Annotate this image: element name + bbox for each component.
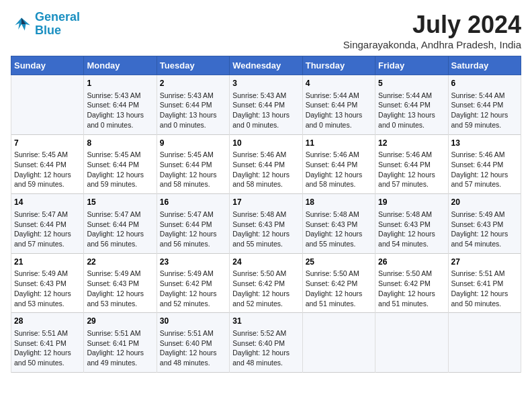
col-header-tuesday: Tuesday	[157, 56, 229, 75]
cell-4-1: 21Sunrise: 5:49 AMSunset: 6:43 PMDayligh…	[11, 253, 84, 313]
daylight-text: Daylight: 12 hours and 57 minutes.	[451, 170, 518, 189]
week-row-3: 14Sunrise: 5:47 AMSunset: 6:44 PMDayligh…	[11, 194, 521, 254]
sunrise-text: Sunrise: 5:50 AM	[306, 269, 372, 279]
cell-1-4: 3Sunrise: 5:43 AMSunset: 6:44 PMDaylight…	[230, 75, 302, 135]
sunrise-text: Sunrise: 5:47 AM	[87, 210, 153, 220]
cell-1-2: 1Sunrise: 5:43 AMSunset: 6:44 PMDaylight…	[84, 75, 157, 135]
sunset-text: Sunset: 6:41 PM	[87, 338, 153, 349]
sunrise-text: Sunrise: 5:51 AM	[14, 328, 81, 338]
cell-5-2: 29Sunrise: 5:51 AMSunset: 6:41 PMDayligh…	[84, 313, 157, 373]
cell-5-6	[375, 313, 448, 373]
sunrise-text: Sunrise: 5:51 AM	[160, 328, 226, 338]
cell-4-6: 26Sunrise: 5:50 AMSunset: 6:42 PMDayligh…	[375, 253, 448, 313]
daylight-text: Daylight: 13 hours and 0 minutes.	[378, 110, 445, 130]
sunset-text: Sunset: 6:43 PM	[306, 220, 372, 230]
cell-2-4: 10Sunrise: 5:46 AMSunset: 6:44 PMDayligh…	[230, 134, 302, 194]
sunrise-text: Sunrise: 5:50 AM	[232, 269, 299, 279]
day-number: 15	[87, 197, 153, 208]
sunrise-text: Sunrise: 5:47 AM	[14, 210, 81, 220]
sunset-text: Sunset: 6:44 PM	[160, 100, 226, 110]
sunrise-text: Sunrise: 5:45 AM	[87, 150, 153, 160]
week-row-4: 21Sunrise: 5:49 AMSunset: 6:43 PMDayligh…	[11, 253, 521, 313]
sunrise-text: Sunrise: 5:46 AM	[378, 150, 445, 160]
sunset-text: Sunset: 6:44 PM	[87, 100, 153, 110]
cell-4-5: 25Sunrise: 5:50 AMSunset: 6:42 PMDayligh…	[302, 253, 375, 313]
day-number: 27	[451, 257, 518, 268]
calendar-header-row: SundayMondayTuesdayWednesdayThursdayFrid…	[11, 56, 521, 75]
sunrise-text: Sunrise: 5:47 AM	[160, 210, 226, 220]
sunset-text: Sunset: 6:44 PM	[160, 220, 226, 230]
daylight-text: Daylight: 12 hours and 58 minutes.	[232, 170, 299, 189]
day-number: 22	[87, 257, 153, 268]
sunset-text: Sunset: 6:42 PM	[232, 279, 299, 289]
daylight-text: Daylight: 12 hours and 58 minutes.	[306, 170, 372, 189]
cell-2-2: 8Sunrise: 5:45 AMSunset: 6:44 PMDaylight…	[84, 134, 157, 194]
day-number: 20	[451, 197, 518, 208]
day-number: 18	[306, 197, 372, 208]
sunrise-text: Sunrise: 5:45 AM	[14, 150, 81, 160]
sunset-text: Sunset: 6:44 PM	[14, 220, 81, 230]
sunrise-text: Sunrise: 5:43 AM	[87, 91, 153, 101]
cell-2-1: 7Sunrise: 5:45 AMSunset: 6:44 PMDaylight…	[11, 134, 84, 194]
daylight-text: Daylight: 12 hours and 56 minutes.	[87, 229, 153, 248]
sunrise-text: Sunrise: 5:46 AM	[232, 150, 299, 160]
cell-1-5: 4Sunrise: 5:44 AMSunset: 6:44 PMDaylight…	[302, 75, 375, 135]
cell-5-4: 31Sunrise: 5:52 AMSunset: 6:40 PMDayligh…	[230, 313, 302, 373]
day-number: 28	[14, 316, 81, 327]
col-header-wednesday: Wednesday	[230, 56, 302, 75]
day-number: 9	[160, 138, 226, 149]
sunset-text: Sunset: 6:40 PM	[160, 338, 226, 349]
daylight-text: Daylight: 12 hours and 54 minutes.	[378, 229, 445, 248]
sunset-text: Sunset: 6:44 PM	[378, 100, 445, 110]
daylight-text: Daylight: 12 hours and 54 minutes.	[451, 229, 518, 248]
cell-4-4: 24Sunrise: 5:50 AMSunset: 6:42 PMDayligh…	[230, 253, 302, 313]
sunrise-text: Sunrise: 5:46 AM	[306, 150, 372, 160]
sunrise-text: Sunrise: 5:44 AM	[306, 91, 372, 101]
day-number: 29	[87, 316, 153, 327]
daylight-text: Daylight: 12 hours and 58 minutes.	[160, 170, 226, 189]
sunrise-text: Sunrise: 5:46 AM	[451, 150, 518, 160]
cell-4-2: 22Sunrise: 5:49 AMSunset: 6:43 PMDayligh…	[84, 253, 157, 313]
week-row-1: 1Sunrise: 5:43 AMSunset: 6:44 PMDaylight…	[11, 75, 521, 135]
sunset-text: Sunset: 6:40 PM	[232, 338, 299, 349]
day-number: 14	[14, 197, 81, 208]
calendar-table: SundayMondayTuesdayWednesdayThursdayFrid…	[11, 56, 521, 373]
daylight-text: Daylight: 13 hours and 0 minutes.	[306, 110, 372, 130]
week-row-2: 7Sunrise: 5:45 AMSunset: 6:44 PMDaylight…	[11, 134, 521, 194]
daylight-text: Daylight: 12 hours and 57 minutes.	[14, 229, 81, 248]
daylight-text: Daylight: 12 hours and 57 minutes.	[378, 170, 445, 189]
day-number: 10	[232, 138, 299, 149]
col-header-thursday: Thursday	[302, 56, 375, 75]
cell-1-7: 6Sunrise: 5:44 AMSunset: 6:44 PMDaylight…	[448, 75, 521, 135]
day-number: 19	[378, 197, 445, 208]
day-number: 17	[232, 197, 299, 208]
sunset-text: Sunset: 6:44 PM	[160, 160, 226, 170]
sunrise-text: Sunrise: 5:50 AM	[378, 269, 445, 279]
cell-5-3: 30Sunrise: 5:51 AMSunset: 6:40 PMDayligh…	[157, 313, 229, 373]
sunset-text: Sunset: 6:43 PM	[451, 220, 518, 230]
sunset-text: Sunset: 6:44 PM	[451, 160, 518, 170]
daylight-text: Daylight: 12 hours and 53 minutes.	[87, 289, 153, 308]
sunrise-text: Sunrise: 5:48 AM	[378, 210, 445, 220]
daylight-text: Daylight: 12 hours and 55 minutes.	[306, 229, 372, 248]
cell-4-7: 27Sunrise: 5:51 AMSunset: 6:41 PMDayligh…	[448, 253, 521, 313]
cell-2-6: 12Sunrise: 5:46 AMSunset: 6:44 PMDayligh…	[375, 134, 448, 194]
cell-1-6: 5Sunrise: 5:44 AMSunset: 6:44 PMDaylight…	[375, 75, 448, 135]
sunset-text: Sunset: 6:44 PM	[451, 100, 518, 110]
daylight-text: Daylight: 12 hours and 53 minutes.	[14, 289, 81, 308]
col-header-sunday: Sunday	[11, 56, 84, 75]
sunrise-text: Sunrise: 5:51 AM	[451, 269, 518, 279]
sunset-text: Sunset: 6:43 PM	[232, 220, 299, 230]
logo-icon	[11, 13, 32, 35]
day-number: 12	[378, 138, 445, 149]
cell-3-5: 18Sunrise: 5:48 AMSunset: 6:43 PMDayligh…	[302, 194, 375, 254]
sunset-text: Sunset: 6:44 PM	[87, 220, 153, 230]
sunset-text: Sunset: 6:41 PM	[451, 279, 518, 289]
daylight-text: Daylight: 12 hours and 49 minutes.	[87, 348, 153, 367]
day-number: 11	[306, 138, 372, 149]
daylight-text: Daylight: 13 hours and 0 minutes.	[160, 110, 226, 130]
daylight-text: Daylight: 12 hours and 50 minutes.	[451, 289, 518, 308]
sunset-text: Sunset: 6:44 PM	[378, 160, 445, 170]
daylight-text: Daylight: 12 hours and 56 minutes.	[160, 229, 226, 248]
title-area: July 2024 Singarayakonda, Andhra Pradesh…	[343, 11, 521, 50]
